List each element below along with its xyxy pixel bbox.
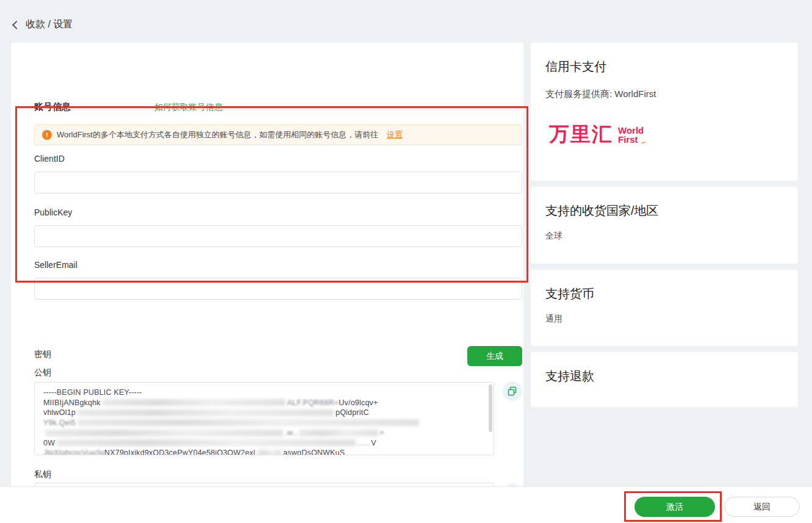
redacted-segment [45, 430, 283, 436]
copy-public-key-button[interactable] [503, 381, 522, 401]
how-to-get-account-info-link[interactable]: 如何获取账号信息 [154, 102, 223, 113]
pubkey-line: NX79pIxikd9xOD3cePwY04e58iQ3OW2exl [104, 448, 255, 455]
pubkey-line: vhlwOl1p [43, 408, 76, 418]
public-key-textarea[interactable]: -----BEGIN PUBLIC KEY----- MIIBIjANBgkqh… [34, 382, 494, 455]
logo-word-first: First [618, 135, 644, 144]
worldfirst-warning-banner: ! WorldFirst的多个本地支付方式各自使用独立的账号信息，如需使用相同的… [34, 124, 522, 145]
breadcrumb: 收款 / 设置 [13, 18, 73, 31]
account-settings-card: 账号信息 如何获取账号信息 ! WorldFirst的多个本地支付方式各自使用独… [11, 43, 523, 486]
selleremail-input[interactable] [34, 278, 522, 300]
pubkey-line: ALF.PQR66R= [287, 398, 339, 408]
card-title: 支持的收货国家/地区 [545, 203, 659, 219]
logo-orange-swash [641, 139, 647, 144]
copy-icon [508, 386, 517, 396]
secret-key-section-label: 密钥 [34, 349, 51, 360]
warning-text: WorldFirst的多个本地支付方式各自使用独立的账号信息，如需使用相同的账号… [57, 129, 378, 140]
card-title: 支持退款 [545, 368, 594, 384]
card-title: 支持货币 [545, 286, 594, 302]
redacted-segment [257, 450, 281, 455]
selleremail-label: SellerEmail [34, 260, 77, 270]
supported-currency-card: 支持货币 通用 [531, 270, 798, 346]
pubkey-line: MIIBIjANBgkqhk [43, 398, 101, 408]
clientid-label: ClientID [34, 154, 65, 164]
card-title: 信用卡支付 [545, 59, 606, 75]
public-key-label: 公钥 [34, 367, 51, 378]
worldfirst-logo-cn: 万里汇 [549, 121, 613, 148]
redacted-segment [77, 419, 419, 426]
pubkey-line: JtqXtqhcncVuv/Iq [43, 448, 104, 455]
pubkey-line: aswqDsONWKuS [283, 448, 345, 455]
warning-settings-link[interactable]: 设置 [387, 129, 403, 140]
redacted-segment [77, 409, 334, 416]
pubkey-line: Uv/o9lcqv+ [339, 398, 378, 408]
generate-button[interactable]: 生成 [467, 346, 522, 366]
logo-word-world: World [618, 126, 644, 135]
activate-button[interactable]: 激活 [634, 497, 715, 517]
page: 收款 / 设置 账号信息 如何获取账号信息 ! WorldFirst的多个本地支… [0, 0, 812, 523]
textarea-scrollbar[interactable] [489, 384, 492, 432]
pubkey-line: .w.. [285, 428, 297, 438]
worldfirst-logo-en: World First [618, 126, 644, 144]
pubkey-line: 0W [43, 438, 55, 449]
return-button[interactable]: 返回 [724, 497, 800, 517]
pubkey-line: pQidpritC [336, 408, 369, 418]
pubkey-line: -----BEGIN PUBLIC KEY----- [43, 388, 142, 398]
redacted-segment [102, 399, 286, 406]
back-chevron-icon[interactable] [12, 21, 21, 29]
pubkey-line: Y9k.Qei5 [43, 418, 76, 428]
pubkey-line: ...... [357, 438, 371, 449]
supported-countries-card: 支持的收货国家/地区 全球 [531, 187, 798, 264]
card-value: 全球 [545, 231, 562, 242]
clientid-input[interactable] [34, 171, 522, 193]
card-value: 通用 [545, 314, 562, 325]
pubkey-line: V [371, 438, 376, 449]
pubkey-line: = [380, 428, 385, 438]
worldfirst-logo: 万里汇 World First [549, 121, 644, 148]
payment-provider-text: 支付服务提供商: WorldFirst [545, 88, 656, 100]
breadcrumb-label[interactable]: 收款 / 设置 [26, 18, 73, 31]
warning-icon: ! [42, 130, 52, 140]
account-info-title: 账号信息 [34, 101, 71, 113]
credit-card-payment-card: 信用卡支付 支付服务提供商: WorldFirst 万里汇 World Firs… [531, 43, 798, 181]
publickey-input[interactable] [34, 225, 522, 247]
publickey-label: PublicKey [34, 207, 72, 217]
private-key-label: 私钥 [34, 469, 51, 480]
redacted-segment [57, 439, 356, 446]
redacted-segment [299, 430, 378, 436]
supports-refund-card: 支持退款 [531, 352, 798, 407]
